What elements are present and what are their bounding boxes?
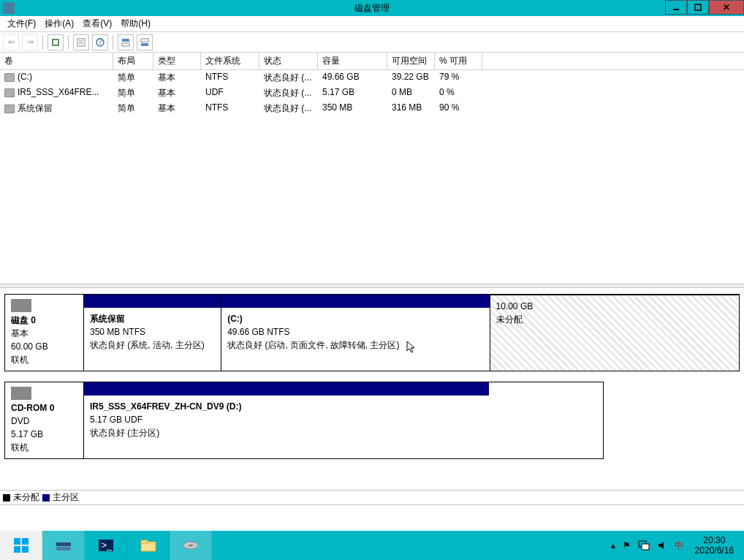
- legend: 未分配 主分区: [0, 490, 744, 504]
- disk-type: 基本: [11, 328, 29, 338]
- svg-rect-3: [77, 39, 85, 46]
- partitions-container: 系统保留350 MB NTFS状态良好 (系统, 活动, 主分区)(C:)49.…: [84, 295, 739, 371]
- close-button[interactable]: ✕: [709, 0, 744, 15]
- cell-type: 基本: [153, 86, 201, 100]
- volume-icon[interactable]: [657, 540, 667, 550]
- cell-free: 0 MB: [387, 86, 435, 100]
- taskbar-explorer[interactable]: [127, 531, 170, 560]
- disk-state: 联机: [11, 355, 29, 365]
- properties-button[interactable]: [73, 34, 89, 50]
- partition-sub: 10.00 GB: [496, 301, 534, 311]
- col-volume[interactable]: 卷: [0, 53, 113, 69]
- volume-row[interactable]: 系统保留简单基本NTFS状态良好 (...350 MB316 MB90 %: [0, 101, 744, 116]
- svg-rect-13: [22, 538, 29, 545]
- svg-rect-16: [56, 542, 71, 546]
- partition-sub: 49.66 GB NTFS: [227, 327, 289, 337]
- maximize-button[interactable]: [687, 0, 709, 15]
- help-button[interactable]: ?: [92, 34, 108, 50]
- cell-capacity: 350 MB: [318, 102, 387, 116]
- refresh-button[interactable]: [48, 34, 64, 50]
- taskbar-clock[interactable]: 20:30 2020/6/16: [691, 535, 738, 556]
- svg-text:?: ?: [98, 37, 103, 47]
- tray-arrow-icon[interactable]: ▴: [611, 540, 615, 550]
- cell-free: 39.22 GB: [387, 71, 435, 85]
- svg-point-23: [189, 545, 193, 547]
- partition-name: 系统保留: [90, 314, 125, 324]
- col-capacity[interactable]: 容量: [318, 53, 387, 69]
- col-status[interactable]: 状态: [259, 53, 318, 69]
- volume-row[interactable]: IR5_SSS_X64FRE...简单基本UDF状态良好 (...5.17 GB…: [0, 86, 744, 101]
- taskbar: >_ ▴ ⚑ 中 20:30 2020/6/16: [0, 531, 744, 560]
- menu-help[interactable]: 帮助(H): [116, 16, 155, 31]
- cell-pct: 79 %: [435, 71, 482, 85]
- disk-info[interactable]: 磁盘 0基本60.00 GB联机: [5, 295, 84, 371]
- partition-body: 系统保留350 MB NTFS状态良好 (系统, 活动, 主分区): [84, 308, 221, 371]
- svg-rect-11: [141, 43, 148, 46]
- svg-rect-2: [53, 39, 58, 45]
- flag-icon[interactable]: ⚑: [623, 540, 631, 550]
- cell-type: 基本: [153, 71, 201, 85]
- partition-status: 状态良好 (启动, 页面文件, 故障转储, 主分区): [227, 340, 399, 350]
- taskbar-server-manager[interactable]: [42, 531, 85, 560]
- cell-type: 基本: [153, 102, 201, 116]
- toolbar-separator: [42, 35, 43, 50]
- toolbar-separator: [68, 35, 69, 50]
- volume-icon: [4, 88, 15, 97]
- partition-primary[interactable]: IR5_SSS_X64FREV_ZH-CN_DV9 (D:)5.17 GB UD…: [84, 382, 489, 458]
- menu-file[interactable]: 文件(F): [3, 16, 40, 31]
- cell-volume: IR5_SSS_X64FRE...: [0, 86, 113, 100]
- cell-fs: NTFS: [201, 102, 259, 116]
- app-icon: [3, 2, 15, 14]
- menu-action[interactable]: 操作(A): [40, 16, 78, 31]
- col-free[interactable]: 可用空间: [387, 53, 435, 69]
- volume-row[interactable]: (C:)简单基本NTFS状态良好 (...49.66 GB39.22 GB79 …: [0, 70, 744, 86]
- view-top-button[interactable]: [118, 34, 134, 50]
- disk-info[interactable]: CD-ROM 0DVD5.17 GB联机: [5, 382, 84, 458]
- svg-rect-25: [642, 544, 649, 550]
- disk-icon: [11, 299, 31, 312]
- svg-rect-21: [141, 540, 148, 543]
- view-bottom-button[interactable]: [137, 34, 153, 50]
- partition-status: 未分配: [496, 314, 523, 325]
- partition-header: [84, 295, 221, 308]
- clock-date: 2020/6/16: [695, 545, 734, 556]
- cell-layout: 简单: [113, 86, 153, 100]
- partition-status: 状态良好 (系统, 活动, 主分区): [90, 340, 205, 350]
- col-filesystem[interactable]: 文件系统: [201, 53, 259, 69]
- partition-primary[interactable]: (C:)49.66 GB NTFS状态良好 (启动, 页面文件, 故障转储, 主…: [221, 295, 490, 371]
- partition-body: 10.00 GB未分配: [490, 295, 739, 371]
- network-icon[interactable]: [638, 540, 650, 550]
- window-title: 磁盘管理: [354, 2, 390, 15]
- col-type[interactable]: 类型: [153, 53, 201, 69]
- disk-row: 磁盘 0基本60.00 GB联机系统保留350 MB NTFS状态良好 (系统,…: [4, 294, 740, 371]
- partition-sub: 350 MB NTFS: [90, 327, 145, 337]
- legend-unalloc-swatch: [3, 494, 10, 502]
- cell-fs: NTFS: [201, 71, 259, 85]
- col-layout[interactable]: 布局: [113, 53, 153, 69]
- col-percent[interactable]: % 可用: [435, 53, 482, 69]
- ime-icon[interactable]: 中: [675, 540, 683, 552]
- legend-primary-label: 主分区: [53, 491, 79, 504]
- taskbar-powershell[interactable]: >_: [85, 531, 127, 560]
- cell-status: 状态良好 (...: [259, 102, 318, 116]
- partition-unallocated[interactable]: 10.00 GB未分配: [490, 295, 739, 371]
- cell-status: 状态良好 (...: [259, 71, 318, 85]
- volume-list[interactable]: 卷 布局 类型 文件系统 状态 容量 可用空间 % 可用 (C:)简单基本NTF…: [0, 53, 744, 284]
- cell-fs: UDF: [201, 86, 259, 100]
- cell-capacity: 49.66 GB: [318, 71, 387, 85]
- menu-view[interactable]: 查看(V): [78, 16, 116, 31]
- forward-button: ⇒: [22, 34, 38, 50]
- start-button[interactable]: [0, 531, 42, 560]
- disk-row: CD-ROM 0DVD5.17 GB联机IR5_SSS_X64FREV_ZH-C…: [4, 382, 604, 459]
- disk-size: 5.17 GB: [11, 429, 43, 439]
- disk-graphical-view[interactable]: 磁盘 0基本60.00 GB联机系统保留350 MB NTFS状态良好 (系统,…: [0, 288, 744, 490]
- clock-time: 20:30: [695, 535, 734, 545]
- partitions-container: IR5_SSS_X64FREV_ZH-CN_DV9 (D:)5.17 GB UD…: [84, 382, 603, 458]
- minimize-button[interactable]: [665, 0, 687, 15]
- status-bar: [0, 504, 744, 523]
- partition-name: (C:): [227, 314, 243, 324]
- partition-primary[interactable]: 系统保留350 MB NTFS状态良好 (系统, 活动, 主分区): [84, 295, 221, 371]
- taskbar-disk-management[interactable]: [170, 531, 212, 560]
- menubar: 文件(F) 操作(A) 查看(V) 帮助(H): [0, 16, 744, 32]
- cell-pct: 90 %: [435, 102, 482, 116]
